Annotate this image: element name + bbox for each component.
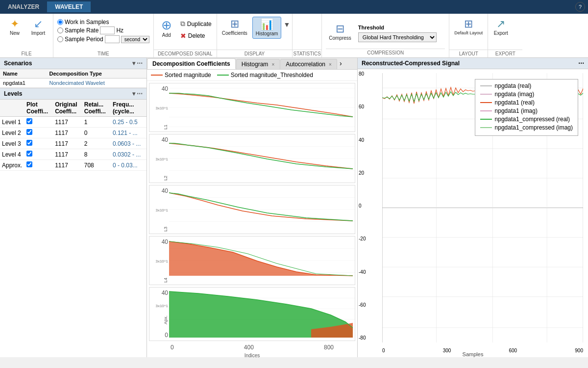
ribbon-statistics-group: STATISTICS [293,14,322,57]
new-button[interactable]: ✦ New [4,17,25,38]
sample-period-input[interactable]: 1 [105,35,120,43]
levels-table: PlotCoeffi... OriginalCoeffi... Retai...… [0,100,147,171]
npgdata1-real-line [480,102,492,103]
level-freq: 0.121 - ... [111,128,147,138]
histogram-icon: 📊 [260,19,273,30]
level-freq: 0.0302 - ... [111,149,147,160]
threshold-area: Threshold Global Hard Thresholding Globa… [358,23,437,42]
period-unit-select[interactable]: seconds [121,36,149,43]
level-name: Level 1 [0,117,24,128]
scenario-row[interactable]: npgdata1 Nondecimated Wavelet [0,79,147,88]
right-panel-header: Reconstructed-Compressed Signal ⋯ [358,58,588,69]
legend-npgdata1-imag: npgdata1 (imag) [480,107,573,114]
time-radio-group: Work in Samples Sample Rate 1 Hz Sample … [57,17,149,43]
histogram-button[interactable]: 📊 Histogram [252,17,282,39]
scenarios-collapse-icon[interactable]: ▾ ⋯ [132,60,143,67]
level3-chart: 40 3x10^1 L3 [149,185,355,234]
decomposed-buttons: ⊕ Add ⧉ Duplicate ✖ Delete [154,14,217,50]
level-freq: 0.25 - 0.5 [111,117,147,128]
level4-chart-area [169,237,355,285]
add-icon: ⊕ [161,19,172,31]
autocorrelation-tab-close[interactable]: × [329,62,332,67]
tab-decomposition-coefficients[interactable]: Decomposition Coefficients [147,58,236,69]
xaxis-800: 800 [324,344,334,351]
left-panel: Scenarios ▾ ⋯ Name Decomposition Type np… [0,58,147,357]
level-original: 1117 [53,117,82,128]
level-checkbox[interactable] [26,129,32,135]
level-checkbox-cell[interactable] [24,149,53,160]
reconstructed-signal-title: Reconstructed-Compressed Signal [362,60,460,67]
level-retained: 8 [82,149,111,160]
levels-col-retained: Retai...Coeffi... [82,100,111,117]
levels-col-name [0,100,24,117]
level-checkbox[interactable] [26,151,32,157]
level-checkbox[interactable] [26,140,32,146]
level-checkbox-cell[interactable] [24,160,53,171]
level-checkbox[interactable] [26,161,32,167]
duplicate-icon: ⧉ [180,20,185,28]
level2-svg [169,134,355,183]
new-label: New [10,30,20,36]
coefficients-button[interactable]: ⊞ Coefficients [219,17,250,38]
yaxis-n80: -80 [359,335,366,341]
legend-npgdata1-compressed-imag: npgdata1_compressed (imag) [480,124,573,131]
ribbon-compression-group: ⊟ Compress Threshold Global Hard Thresho… [322,14,449,57]
level-checkbox-cell[interactable] [24,128,53,138]
ribbon-display-group: ⊞ Coefficients 📊 Histogram ▼ DISPLAY [217,14,293,57]
levels-collapse-icon[interactable]: ▾ ⋯ [132,90,143,97]
level1-chart-area [169,83,355,131]
sample-period-radio[interactable]: Sample Period [57,36,103,43]
tab-autocorrelation[interactable]: Autocorrelation × [280,59,337,69]
decomposed-group-label: DECOMPOSED SIGNAL [154,50,217,57]
delete-button[interactable]: ✖ Delete [177,31,215,41]
approx-chart: 40 3x10^1 Apx. 0 [149,287,355,341]
help-button[interactable]: ? [575,2,585,12]
level-name: Level 2 [0,128,24,138]
levels-table-row: Level 3 1117 2 0.0603 - ... [0,138,147,149]
tab-histogram[interactable]: Histogram × [236,59,280,69]
npgdata1-compressed-imag-line [480,127,492,128]
level-checkbox-cell[interactable] [24,138,53,149]
sample-rate-radio[interactable]: Sample Rate [57,27,98,34]
level3-ylabel: 40 3x10^1 L3 [149,185,169,234]
level-checkbox-cell[interactable] [24,117,53,128]
yaxis-n60: -60 [359,302,366,308]
xaxis-0: 0 [171,344,174,351]
add-button[interactable]: ⊕ Add [156,17,177,40]
level-retained: 2 [82,138,111,149]
duplicate-button[interactable]: ⧉ Duplicate [177,19,215,29]
display-chevron[interactable]: ▼ [283,17,290,28]
compress-button[interactable]: ⊟ Compress [326,22,354,43]
right-panel-options-icon[interactable]: ⋯ [578,60,584,67]
nav-tab-wavelet[interactable]: WAVELET [47,1,91,12]
scenarios-table: Name Decomposition Type npgdata1 Nondeci… [0,69,147,88]
tabs-more-icon[interactable]: › [338,57,344,69]
level-original: 1117 [53,138,82,149]
sorted-magnitude-line [151,75,163,76]
right-xlabel: Samples [358,351,588,357]
levels-col-freq: Frequ...(cycle... [111,100,147,117]
histogram-tab-close[interactable]: × [271,62,274,67]
import-button[interactable]: ↙ Import [27,17,49,38]
threshold-dropdown[interactable]: Global Hard Thresholding Global Soft Thr… [358,32,437,42]
nav-tab-analyzer[interactable]: ANALYZER [0,1,47,12]
approx-ylabel: 40 3x10^1 Apx. 0 [149,288,169,341]
level-name: Approx. [0,160,24,171]
npgdata1-compressed-real-line [480,119,492,120]
ribbon-export-group: ↗ Export EXPORT [488,14,522,57]
statistics-inner [293,14,321,50]
export-button[interactable]: ↗ Export [490,17,512,38]
sample-rate-input[interactable]: 1 [100,26,115,34]
export-icon: ↗ [496,19,505,29]
middle-tabs: Decomposition Coefficients Histogram × A… [147,58,357,70]
levels-title: Levels [4,90,22,97]
work-in-samples-radio[interactable]: Work in Samples [57,19,149,26]
levels-table-row: Level 1 1117 1 0.25 - 0.5 [0,117,147,128]
export-group-label: EXPORT [488,50,522,57]
default-layout-button[interactable]: ⊞ Default Layout [451,17,486,37]
legend-npgdata1-compressed-real: npgdata1_compressed (real) [480,116,573,123]
level1-chart: 40 3x10^1 L1 [149,83,355,132]
display-group-label: DISPLAY [217,50,293,57]
level-checkbox[interactable] [26,118,32,124]
level2-chart-area [169,134,355,183]
